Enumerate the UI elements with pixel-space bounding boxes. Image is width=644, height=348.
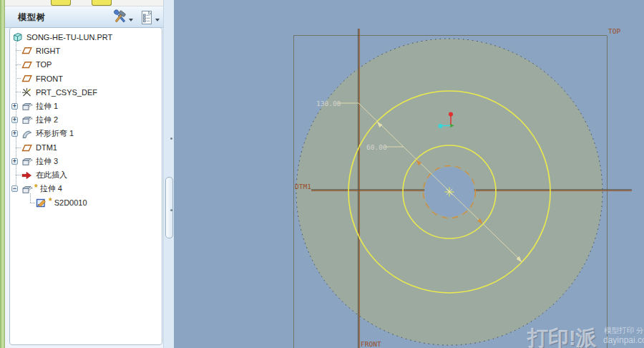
tree-item[interactable]: *S2D0010 xyxy=(10,196,162,210)
tree-item-label: RIGHT xyxy=(36,47,60,55)
tree-item[interactable]: DTM1 xyxy=(10,140,162,154)
chevron-down-icon xyxy=(129,19,133,21)
tree-item-label: FRONT xyxy=(36,74,63,83)
tree-connector xyxy=(16,50,21,51)
expand-icon[interactable]: + xyxy=(11,117,18,123)
tree-settings-menu-button[interactable] xyxy=(137,9,162,29)
tree-item-label: SONG-HE-TU-LUN.PRT xyxy=(26,33,112,42)
watermark: 打印!派 模型打印 分享 dayinpai.com xyxy=(527,326,644,348)
part-icon xyxy=(11,32,24,42)
tree-tools-menu-button[interactable] xyxy=(109,9,135,29)
tree-item-label: PRT_CSYS_DEF xyxy=(36,88,97,97)
tree-item[interactable]: +环形折弯 1 xyxy=(10,127,162,140)
datum-plane-icon xyxy=(21,60,33,69)
datum-dtm1-label[interactable]: DTM1 xyxy=(295,183,311,190)
model-tree-header: 模型树 xyxy=(5,6,163,28)
splitter-dot xyxy=(170,209,172,211)
bend-icon xyxy=(21,129,33,139)
splitter-handle[interactable] xyxy=(165,177,173,238)
panel-splitter[interactable] xyxy=(163,0,175,348)
modified-asterisk: * xyxy=(34,183,38,193)
model-tree: SONG-HE-TU-LUN.PRTRIGHTTOPFRONTPRT_CSYS_… xyxy=(9,27,162,345)
datum-front-label[interactable]: FRONT xyxy=(361,340,381,348)
tree-item-label: DTM1 xyxy=(36,143,57,152)
extrude-icon xyxy=(21,156,33,166)
tree-item[interactable]: +拉伸 2 xyxy=(10,113,162,127)
tree-item-label: 环形折弯 1 xyxy=(36,128,74,139)
watermark-tagline: 模型打印 分享 xyxy=(604,326,644,334)
sketch-icon xyxy=(35,198,47,208)
tree-item[interactable]: +拉伸 3 xyxy=(10,155,162,168)
tree-item[interactable]: 在此插入 xyxy=(10,168,162,182)
modified-asterisk: * xyxy=(49,196,52,206)
toolbar-icon-fragment[interactable] xyxy=(51,0,71,6)
expand-icon[interactable]: + xyxy=(11,158,18,165)
tree-list-icon xyxy=(140,9,154,29)
hammer-wrench-icon xyxy=(112,9,127,29)
tree-item[interactable]: FRONT xyxy=(10,72,162,85)
model-tree-title: 模型树 xyxy=(18,11,46,24)
tree-item[interactable]: SONG-HE-TU-LUN.PRT xyxy=(10,30,162,44)
tree-connector xyxy=(16,175,21,175)
datum-top-label[interactable]: TOP xyxy=(608,27,620,35)
tree-item[interactable]: TOP xyxy=(10,58,162,72)
insert-here-icon xyxy=(21,171,33,180)
tree-item-label: 拉伸 3 xyxy=(36,156,58,167)
tree-item-label: 拉伸 1 xyxy=(36,101,58,112)
datum-plane-icon xyxy=(21,46,33,55)
graphics-viewport[interactable]: 130.00 60.00 TOP DTM1 FRONT xyxy=(174,0,644,348)
toolbar-fragment xyxy=(5,0,163,6)
chevron-down-icon xyxy=(155,19,160,21)
dimension-60-value[interactable]: 60.00 xyxy=(366,143,387,151)
tree-item[interactable]: +拉伸 1 xyxy=(10,99,162,112)
model-tree-panel: 模型树 xyxy=(5,0,163,348)
tree-connector xyxy=(16,78,21,79)
extrude-icon xyxy=(21,115,33,125)
expand-icon[interactable]: + xyxy=(11,103,18,110)
tree-connector xyxy=(30,203,35,203)
app-window: 模型树 xyxy=(0,0,644,348)
extrude-icon xyxy=(21,184,33,194)
expand-icon[interactable]: + xyxy=(11,130,18,137)
tree-item-label: 拉伸 4 xyxy=(40,183,62,194)
toolbar-icon-fragment[interactable] xyxy=(92,0,112,6)
watermark-url: dayinpai.com xyxy=(603,335,644,345)
tree-connector xyxy=(16,64,21,65)
dimension-130-value[interactable]: 130.00 xyxy=(316,100,341,107)
tree-item[interactable]: RIGHT xyxy=(10,44,162,57)
tree-item-label: S2D0010 xyxy=(54,198,87,207)
extrude-icon xyxy=(21,101,33,111)
watermark-logo: 打印!派 xyxy=(527,327,597,348)
csys-icon xyxy=(21,87,33,97)
tree-item-label: 拉伸 2 xyxy=(36,115,58,125)
tree-item-label: 在此插入 xyxy=(36,170,67,180)
tree-item-label: TOP xyxy=(36,60,52,69)
datum-plane-icon xyxy=(21,74,33,83)
model-tree-toolbar xyxy=(109,9,162,29)
tree-connector xyxy=(16,92,21,92)
collapse-icon[interactable]: − xyxy=(11,185,18,192)
tree-item[interactable]: −*拉伸 4 xyxy=(10,182,162,195)
datum-plane-icon xyxy=(21,143,33,153)
left-edge-strip xyxy=(0,0,5,348)
tree-item[interactable]: PRT_CSYS_DEF xyxy=(10,85,162,99)
splitter-dot xyxy=(170,137,172,140)
tree-connector xyxy=(16,148,21,148)
